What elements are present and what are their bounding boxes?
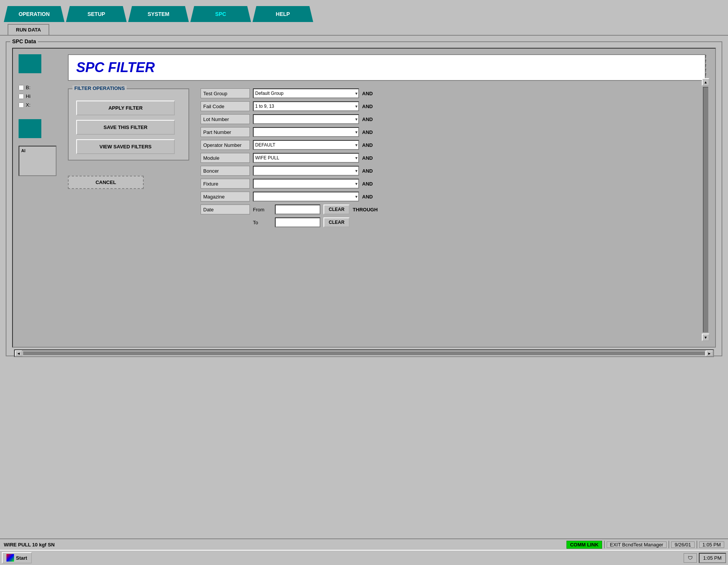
label-lot-number: Lot Number bbox=[201, 114, 250, 124]
checkbox-row-x: X: bbox=[19, 102, 60, 108]
cancel-button[interactable]: CANCEL bbox=[68, 176, 144, 189]
filter-row-part-number: Part Number AND bbox=[201, 127, 706, 137]
filter-row-boncer: Boncer AND bbox=[201, 166, 706, 176]
checkbox-hi-label: Hi bbox=[26, 93, 30, 99]
and-part-number: AND bbox=[362, 129, 375, 135]
taskbar: Start 🛡 1:05 PM bbox=[0, 550, 728, 565]
label-boncer: Boncer bbox=[201, 166, 250, 176]
right-scrollbar: fffff ▲ ▼ bbox=[700, 54, 711, 341]
antivirus-icon: 🛡 bbox=[684, 553, 697, 563]
filter-operations-box: FILTER OPERATIONS APPLY FILTER SAVE THIS… bbox=[68, 88, 189, 161]
select-fail-code[interactable]: 1 to 9, 13 bbox=[253, 101, 359, 111]
and-module: AND bbox=[362, 155, 375, 161]
checkbox-x[interactable] bbox=[19, 102, 24, 108]
date-from-row: Date From CLEAR THROUGH bbox=[201, 205, 706, 214]
checkbox-b[interactable] bbox=[19, 85, 24, 90]
label-module: Module bbox=[201, 153, 250, 163]
filter-fields: Test Group Default Group AND Fail Code bbox=[201, 88, 706, 227]
tab-system[interactable]: SYSTEM bbox=[128, 6, 189, 22]
date-to-input[interactable] bbox=[275, 217, 320, 227]
spc-data-group: SPC Data B: Hi X: bbox=[6, 41, 722, 356]
date-from-input[interactable] bbox=[275, 205, 320, 214]
scroll-track[interactable] bbox=[703, 87, 708, 332]
status-separator-3 bbox=[697, 541, 697, 548]
checkbox-b-label: B: bbox=[26, 85, 30, 90]
select-test-group[interactable]: Default Group bbox=[253, 88, 359, 98]
bottom-left-panel: Al bbox=[19, 146, 56, 176]
checkbox-hi[interactable] bbox=[19, 94, 24, 99]
select-wrapper-fixture bbox=[253, 179, 359, 189]
select-operator-number[interactable]: DEFAULT bbox=[253, 140, 359, 150]
clear-from-button[interactable]: CLEAR bbox=[323, 205, 350, 214]
label-date: Date bbox=[201, 205, 250, 214]
filter-row-fail-code: Fail Code 1 to 9, 13 AND bbox=[201, 101, 706, 111]
select-wrapper-fail-code: 1 to 9, 13 bbox=[253, 101, 359, 111]
apply-filter-button[interactable]: APPLY FILTER bbox=[76, 101, 175, 115]
status-date: 9/26/01 bbox=[671, 541, 694, 548]
sidebar-teal-btn-1[interactable] bbox=[19, 54, 41, 73]
comm-link-badge: COMM LINK bbox=[566, 541, 602, 549]
select-module[interactable]: WIFE PULL bbox=[253, 153, 359, 163]
select-wrapper-boncer bbox=[253, 166, 359, 176]
sub-tab-row: RUN DATA bbox=[0, 22, 728, 36]
scroll-up-button[interactable]: ▲ bbox=[702, 78, 709, 86]
label-fixture: Fixture bbox=[201, 179, 250, 189]
exit-label[interactable]: EXIT BcndTest Manager bbox=[607, 541, 667, 548]
scroll-left-button[interactable]: ◄ bbox=[15, 350, 22, 356]
status-text: WIRE PULL 10 kgf SN bbox=[4, 542, 565, 548]
taskbar-clock: 1:05 PM bbox=[699, 553, 726, 563]
filter-row-fixture: Fixture AND bbox=[201, 179, 706, 189]
select-part-number[interactable] bbox=[253, 127, 359, 137]
start-button[interactable]: Start bbox=[2, 552, 32, 563]
and-magazine: AND bbox=[362, 194, 375, 200]
panel-label-al: Al bbox=[21, 148, 54, 153]
sidebar-teal-btn-2[interactable] bbox=[19, 119, 41, 138]
checkbox-row-hi: Hi bbox=[19, 93, 60, 99]
and-fail-code: AND bbox=[362, 104, 375, 109]
select-wrapper-part-number bbox=[253, 127, 359, 137]
select-wrapper-lot-number bbox=[253, 114, 359, 124]
main-content: SPC Data B: Hi X: bbox=[0, 36, 728, 531]
checkbox-row-b: B: bbox=[19, 85, 60, 90]
filter-ops-label: FILTER OPERATIONS bbox=[72, 85, 127, 91]
spc-filter-title-box: SPC FILTER bbox=[68, 54, 706, 81]
filter-main: SPC FILTER FILTER OPERATIONS APPLY FILTE… bbox=[64, 54, 709, 341]
through-label: THROUGH bbox=[353, 207, 378, 212]
bottom-scrollbar: ◄ ► bbox=[14, 349, 714, 357]
start-label: Start bbox=[16, 555, 27, 561]
label-operator-number: Operator Number bbox=[201, 140, 250, 150]
status-separator-1 bbox=[604, 541, 605, 548]
cancel-area: CANCEL bbox=[68, 168, 189, 189]
select-lot-number[interactable] bbox=[253, 114, 359, 124]
select-wrapper-test-group: Default Group bbox=[253, 88, 359, 98]
select-fixture[interactable] bbox=[253, 179, 359, 189]
date-to-row: To CLEAR bbox=[201, 217, 706, 227]
inner-panel: B: Hi X: Al bbox=[12, 48, 716, 348]
bottom-scroll-track[interactable] bbox=[23, 351, 705, 355]
save-filter-button[interactable]: SAVE THIS FILTER bbox=[76, 120, 175, 135]
tab-operation[interactable]: OPERATION bbox=[4, 6, 64, 22]
select-boncer[interactable] bbox=[253, 166, 359, 176]
and-lot-number: AND bbox=[362, 116, 375, 122]
select-magazine[interactable] bbox=[253, 192, 359, 201]
date-section: Date From CLEAR THROUGH To CLEAR bbox=[201, 205, 706, 227]
sub-tab-run-data[interactable]: RUN DATA bbox=[8, 24, 49, 35]
spc-filter-title: SPC FILTER bbox=[76, 60, 155, 75]
from-label: From bbox=[253, 207, 272, 212]
status-separator-2 bbox=[668, 541, 669, 548]
view-saved-filters-button[interactable]: VIEW SAVED FILTERS bbox=[76, 139, 175, 154]
taskbar-right: 🛡 1:05 PM bbox=[684, 553, 726, 563]
spc-data-label: SPC Data bbox=[10, 38, 38, 44]
clear-to-button[interactable]: CLEAR bbox=[323, 217, 350, 227]
scroll-right-button[interactable]: ► bbox=[706, 350, 713, 356]
left-sidebar: B: Hi X: Al bbox=[19, 54, 64, 341]
label-fail-code: Fail Code bbox=[201, 101, 250, 111]
and-operator-number: AND bbox=[362, 142, 375, 148]
select-wrapper-module: WIFE PULL bbox=[253, 153, 359, 163]
filter-ops-column: FILTER OPERATIONS APPLY FILTER SAVE THIS… bbox=[68, 88, 189, 227]
label-test-group: Test Group bbox=[201, 88, 250, 98]
tab-help[interactable]: HELP bbox=[253, 6, 313, 22]
tab-setup[interactable]: SETUP bbox=[66, 6, 127, 22]
scroll-down-button[interactable]: ▼ bbox=[702, 334, 709, 341]
tab-spc[interactable]: SPC bbox=[190, 6, 251, 22]
